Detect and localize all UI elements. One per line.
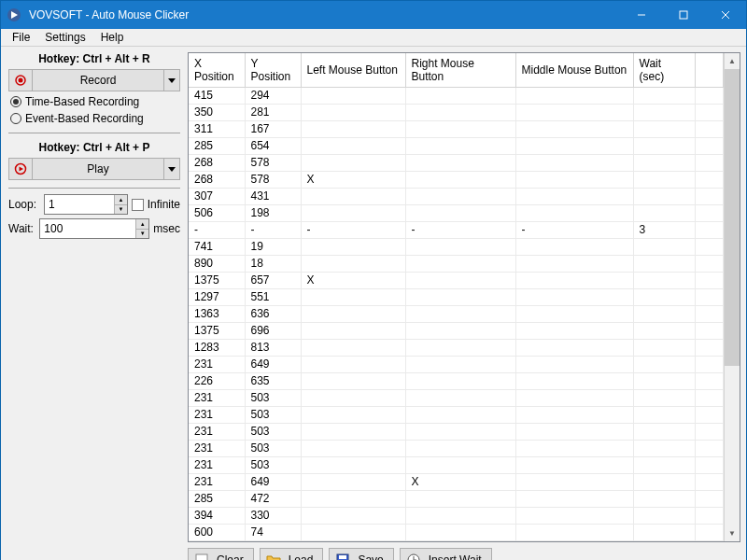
play-button[interactable]: Play [33,158,163,180]
table-cell[interactable]: 649 [245,474,301,491]
table-cell[interactable] [633,525,695,541]
close-button[interactable] [704,1,746,29]
table-cell[interactable] [301,340,405,357]
save-button[interactable]: Save [329,548,393,560]
table-cell[interactable]: 813 [245,340,301,357]
data-table[interactable]: X PositionY PositionLeft Mouse ButtonRig… [189,53,724,541]
table-cell[interactable] [405,105,515,121]
table-cell[interactable] [633,390,695,407]
table-cell[interactable] [633,189,695,205]
table-row[interactable]: 89018 [189,256,724,273]
table-cell[interactable] [515,457,633,474]
table-row[interactable]: 60074 [189,525,724,541]
table-cell[interactable] [633,323,695,340]
column-header[interactable]: Right Mouse Button [405,53,515,88]
table-cell[interactable]: 350 [189,105,245,121]
table-cell[interactable] [515,407,633,424]
scroll-up-arrow[interactable]: ▲ [725,53,740,69]
vertical-scrollbar[interactable]: ▲ ▼ [724,53,740,541]
table-cell[interactable]: 226 [189,373,245,390]
table-cell[interactable] [515,424,633,441]
table-row[interactable]: 231649X [189,474,724,491]
table-cell[interactable] [301,491,405,508]
table-cell[interactable] [633,474,695,491]
table-cell[interactable] [405,491,515,508]
table-cell[interactable] [515,155,633,172]
play-dropdown[interactable] [163,158,180,180]
table-cell[interactable] [301,373,405,390]
table-cell[interactable] [301,138,405,155]
wait-input[interactable] [40,219,135,238]
table-row[interactable]: 268578 [189,155,724,172]
table-cell[interactable] [405,390,515,407]
table-cell[interactable] [301,525,405,541]
table-cell[interactable] [633,289,695,306]
table-cell[interactable] [405,323,515,340]
table-cell[interactable] [515,88,633,105]
table-row[interactable]: 268578X [189,172,724,189]
table-cell[interactable] [301,407,405,424]
table-row[interactable]: 1283813 [189,340,724,357]
table-cell[interactable]: 503 [245,441,301,457]
table-cell[interactable]: 472 [245,491,301,508]
table-cell[interactable] [633,205,695,222]
table-cell[interactable] [301,323,405,340]
table-cell[interactable] [633,88,695,105]
table-cell[interactable]: 741 [189,239,245,256]
table-cell[interactable] [515,289,633,306]
table-cell[interactable]: 18 [245,256,301,273]
table-cell[interactable] [515,172,633,189]
table-cell[interactable] [633,239,695,256]
table-cell[interactable] [301,239,405,256]
table-cell[interactable] [405,407,515,424]
table-row[interactable]: 231503 [189,407,724,424]
table-row[interactable]: 394330 [189,508,724,525]
table-cell[interactable] [515,373,633,390]
table-cell[interactable] [515,390,633,407]
table-cell[interactable] [301,357,405,373]
table-cell[interactable]: 1375 [189,273,245,289]
table-cell[interactable] [515,441,633,457]
table-cell[interactable] [633,508,695,525]
radio-time-based[interactable]: Time-Based Recording [10,95,180,108]
table-cell[interactable] [405,508,515,525]
table-row[interactable]: 231649 [189,357,724,373]
table-row[interactable]: 350281 [189,105,724,121]
table-cell[interactable] [405,88,515,105]
table-cell[interactable]: 578 [245,155,301,172]
table-row[interactable]: 307431 [189,189,724,205]
table-row[interactable]: 231503 [189,390,724,407]
table-cell[interactable] [405,357,515,373]
table-cell[interactable] [405,239,515,256]
loop-spinner[interactable]: ▲▼ [114,195,126,214]
table-cell[interactable]: 635 [245,373,301,390]
table-cell[interactable] [405,457,515,474]
table-cell[interactable] [633,457,695,474]
table-cell[interactable] [405,340,515,357]
table-cell[interactable] [515,105,633,121]
table-cell[interactable] [515,189,633,205]
table-cell[interactable] [301,457,405,474]
table-cell[interactable] [515,340,633,357]
table-cell[interactable] [301,105,405,121]
table-cell[interactable]: 636 [245,306,301,323]
table-cell[interactable]: 231 [189,457,245,474]
table-cell[interactable]: 231 [189,474,245,491]
table-cell[interactable] [633,424,695,441]
table-row[interactable]: 226635 [189,373,724,390]
table-cell[interactable]: 167 [245,121,301,138]
table-cell[interactable] [633,273,695,289]
table-cell[interactable]: 1283 [189,340,245,357]
table-cell[interactable] [405,256,515,273]
table-cell[interactable] [405,441,515,457]
table-cell[interactable] [405,121,515,138]
table-cell[interactable]: 311 [189,121,245,138]
table-cell[interactable] [301,155,405,172]
table-cell[interactable] [405,289,515,306]
table-cell[interactable] [633,256,695,273]
menu-file[interactable]: File [5,29,37,46]
table-cell[interactable]: 19 [245,239,301,256]
table-cell[interactable]: X [301,273,405,289]
table-cell[interactable] [633,441,695,457]
table-cell[interactable] [633,357,695,373]
